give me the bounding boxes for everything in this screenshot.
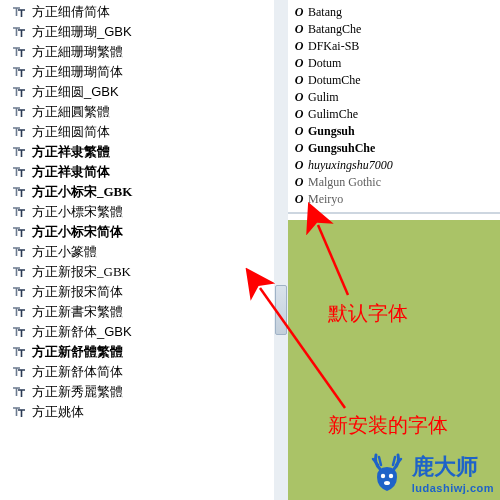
font-label: 方正小標宋繁體 [32, 203, 123, 221]
font-item[interactable]: OGungsuh [292, 123, 496, 140]
truetype-icon [12, 105, 26, 119]
svg-point-24 [389, 474, 393, 478]
truetype-icon [12, 305, 26, 319]
font-list-left: 方正细倩简体方正细珊瑚_GBK方正細珊瑚繁體方正细珊瑚简体方正细圆_GBK方正細… [0, 0, 274, 422]
font-item[interactable]: OGungsuhChe [292, 140, 496, 157]
svg-rect-17 [12, 345, 26, 359]
truetype-icon [12, 345, 26, 359]
opentype-icon: O [292, 192, 306, 207]
font-label: huyuxingshu7000 [308, 158, 393, 173]
font-item[interactable]: 方正细倩简体 [12, 2, 274, 22]
svg-rect-8 [12, 165, 26, 179]
svg-rect-20 [12, 405, 26, 419]
font-list-right: OBatangOBatangCheODFKai-SBODotumODotumCh… [292, 4, 496, 208]
font-item[interactable]: 方正新报宋_GBK [12, 262, 274, 282]
font-item[interactable]: 方正小標宋繁體 [12, 202, 274, 222]
font-label: 方正祥隶简体 [32, 163, 110, 181]
font-item[interactable]: 方正细珊瑚简体 [12, 62, 274, 82]
font-item[interactable]: 方正新秀麗繁體 [12, 382, 274, 402]
font-label: 方正小标宋_GBK [32, 183, 132, 201]
font-label: Gulim [308, 90, 339, 105]
font-item[interactable]: 方正祥隶简体 [12, 162, 274, 182]
truetype-icon [12, 265, 26, 279]
system-fonts-panel: OBatangOBatangCheODFKai-SBODotumODotumCh… [288, 0, 500, 214]
font-item[interactable]: 方正新舒体_GBK [12, 322, 274, 342]
font-item[interactable]: OBatang [292, 4, 496, 21]
svg-point-25 [384, 481, 390, 485]
font-item[interactable]: 方正新报宋简体 [12, 282, 274, 302]
font-label: Meiryo [308, 192, 343, 207]
svg-rect-18 [12, 365, 26, 379]
font-item[interactable]: ODotum [292, 55, 496, 72]
font-item[interactable]: OGulimChe [292, 106, 496, 123]
annotation-new-font: 新安装的字体 [328, 412, 448, 439]
font-item[interactable]: 方正新舒体简体 [12, 362, 274, 382]
font-item[interactable]: 方正新舒體繁體 [12, 342, 274, 362]
font-item[interactable]: 方正姚体 [12, 402, 274, 422]
svg-rect-14 [12, 285, 26, 299]
font-item[interactable]: 方正小篆體 [12, 242, 274, 262]
opentype-icon: O [292, 73, 306, 88]
font-item[interactable]: 方正細圓繁體 [12, 102, 274, 122]
font-label: Gungsuh [308, 124, 355, 139]
font-item[interactable]: 方正细圆简体 [12, 122, 274, 142]
font-item[interactable]: OBatangChe [292, 21, 496, 38]
scrollbar-track[interactable] [274, 0, 288, 500]
svg-rect-16 [12, 325, 26, 339]
font-label: 方正小篆體 [32, 243, 97, 261]
svg-rect-9 [12, 185, 26, 199]
truetype-icon [12, 185, 26, 199]
font-item[interactable]: Ohuyuxingshu7000 [292, 157, 496, 174]
annotation-default-font: 默认字体 [328, 300, 408, 327]
opentype-icon: O [292, 141, 306, 156]
font-label: 方正细圆简体 [32, 123, 110, 141]
font-label: 方正小标宋简体 [32, 223, 123, 241]
font-item[interactable]: 方正祥隶繁體 [12, 142, 274, 162]
opentype-icon: O [292, 39, 306, 54]
font-item[interactable]: OMeiryo [292, 191, 496, 208]
font-label: 方正新舒体简体 [32, 363, 123, 381]
font-label: 方正細珊瑚繁體 [32, 43, 123, 61]
opentype-icon: O [292, 175, 306, 190]
svg-point-23 [381, 474, 385, 478]
font-item[interactable]: 方正新書宋繁體 [12, 302, 274, 322]
font-item[interactable]: 方正小标宋_GBK [12, 182, 274, 202]
scrollbar-thumb[interactable] [275, 285, 287, 335]
svg-rect-10 [12, 205, 26, 219]
font-label: 方正祥隶繁體 [32, 143, 110, 161]
font-item[interactable]: 方正細珊瑚繁體 [12, 42, 274, 62]
font-label: 方正新書宋繁體 [32, 303, 123, 321]
truetype-icon [12, 285, 26, 299]
svg-rect-13 [12, 265, 26, 279]
font-label: GungsuhChe [308, 141, 375, 156]
truetype-icon [12, 165, 26, 179]
font-item[interactable]: ODotumChe [292, 72, 496, 89]
font-label: 方正新舒體繁體 [32, 343, 123, 361]
svg-rect-7 [12, 145, 26, 159]
opentype-icon: O [292, 22, 306, 37]
font-label: 方正新报宋_GBK [32, 263, 131, 281]
svg-rect-2 [12, 45, 26, 59]
truetype-icon [12, 85, 26, 99]
svg-rect-1 [12, 25, 26, 39]
truetype-icon [12, 385, 26, 399]
deer-logo-icon [368, 453, 406, 493]
svg-rect-11 [12, 225, 26, 239]
font-label: BatangChe [308, 22, 361, 37]
svg-rect-5 [12, 105, 26, 119]
font-item[interactable]: OMalgun Gothic [292, 174, 496, 191]
truetype-icon [12, 365, 26, 379]
truetype-icon [12, 5, 26, 19]
font-item[interactable]: 方正小标宋简体 [12, 222, 274, 242]
font-label: 方正細圓繁體 [32, 103, 110, 121]
font-label: 方正新舒体_GBK [32, 323, 132, 341]
font-item[interactable]: 方正细圆_GBK [12, 82, 274, 102]
truetype-icon [12, 125, 26, 139]
font-label: 方正细珊瑚_GBK [32, 23, 132, 41]
font-item[interactable]: ODFKai-SB [292, 38, 496, 55]
font-item[interactable]: OGulim [292, 89, 496, 106]
svg-rect-6 [12, 125, 26, 139]
font-label: 方正细圆_GBK [32, 83, 119, 101]
svg-rect-3 [12, 65, 26, 79]
font-item[interactable]: 方正细珊瑚_GBK [12, 22, 274, 42]
